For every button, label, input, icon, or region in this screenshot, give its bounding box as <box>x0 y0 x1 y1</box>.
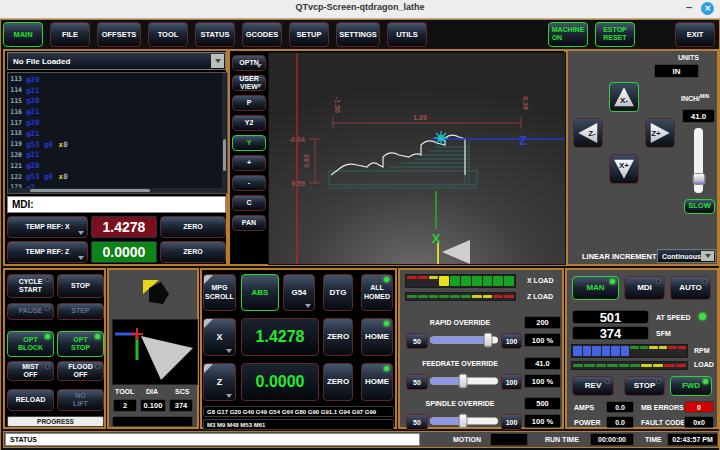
jog-z-plus-button[interactable]: Z+ <box>645 118 675 148</box>
x-load-meter <box>405 274 516 288</box>
gcode-line[interactable]: 120g21 <box>8 150 227 161</box>
dtg-button[interactable]: DTG <box>323 274 353 311</box>
feedrate-override-slider[interactable] <box>430 374 498 388</box>
tab-file[interactable]: FILE <box>50 22 90 47</box>
rapid-min-button[interactable]: 50 <box>406 333 428 349</box>
linear-increment-value: Continuous <box>662 253 701 260</box>
gcode-vscrollbar[interactable] <box>222 73 227 193</box>
abs-button[interactable]: ABS <box>241 274 279 311</box>
home-x-button[interactable]: HOME <box>361 318 393 356</box>
gcode-line[interactable]: 116g21 <box>8 106 227 117</box>
gcode-line[interactable]: 119g53 g0 x0 <box>8 139 227 150</box>
feedrate-override-value: 41.0 <box>524 357 561 370</box>
jog-z-minus-button[interactable]: Z- <box>573 118 603 148</box>
zero-x-button[interactable]: ZERO <box>323 318 353 356</box>
view-button-+[interactable]: + <box>232 155 266 171</box>
tool-panel: TOOL DIA SCS 2 0.100 374 <box>107 268 199 429</box>
temp-ref-x-button[interactable]: TEMP REF: X <box>7 216 88 238</box>
tab-main[interactable]: MAIN <box>3 22 43 47</box>
tool-position-marker <box>434 131 448 145</box>
axis-x-button[interactable]: X <box>203 318 236 356</box>
rev-button[interactable]: REV <box>572 376 614 396</box>
tab-settings[interactable]: SETTINGS <box>336 22 380 47</box>
rapid-override-slider[interactable] <box>430 333 498 347</box>
tab-gcodes[interactable]: GCODES <box>242 22 282 47</box>
mpg-scroll-button[interactable]: MPG SCROLL <box>203 274 236 311</box>
axis-z-button[interactable]: Z <box>203 363 236 401</box>
home-z-button[interactable]: HOME <box>361 363 393 401</box>
gcode-line[interactable]: 117g20 <box>8 117 227 128</box>
chevron-down-icon[interactable] <box>211 54 224 68</box>
pause-button[interactable]: PAUSE <box>7 303 54 320</box>
slow-button[interactable]: SLOW <box>684 199 715 214</box>
view-button-y2[interactable]: Y2 <box>232 115 266 131</box>
gcode-hscrollbar[interactable] <box>8 188 222 193</box>
tab-utils[interactable]: UTILS <box>387 22 427 47</box>
close-icon[interactable]: ✕ <box>701 2 714 15</box>
tab-tool[interactable]: TOOL <box>148 22 188 47</box>
spindle-min-button[interactable]: 50 <box>406 414 428 430</box>
view-button-c[interactable]: C <box>232 195 266 211</box>
estop-reset-button[interactable]: ESTOP RESET <box>595 22 635 47</box>
stop-button[interactable]: STOP <box>57 274 104 298</box>
tab-setup[interactable]: SETUP <box>289 22 329 47</box>
gcode-line[interactable]: 113g20 <box>8 74 227 85</box>
spindle-override-slider[interactable] <box>430 414 498 428</box>
view-button-user-view[interactable]: USER VIEW <box>232 75 266 91</box>
minimize-icon[interactable]: – <box>686 1 692 13</box>
temp-ref-x-zero-button[interactable]: ZERO <box>160 216 226 238</box>
mdi-button[interactable]: MDI <box>624 276 665 300</box>
motion-value <box>490 433 528 446</box>
status-message: STATUS <box>5 433 420 446</box>
auto-button[interactable]: AUTO <box>670 276 711 300</box>
view-button-p[interactable]: P <box>232 95 266 111</box>
man-button[interactable]: MAN <box>572 276 619 300</box>
tab-offsets[interactable]: OFFSETS <box>97 22 141 47</box>
g54-button[interactable]: G54 <box>283 274 315 311</box>
mist-button[interactable]: MIST OFF <box>7 361 54 381</box>
opt-stop-button[interactable]: OPT STOP <box>57 331 104 357</box>
zero-z-button[interactable]: ZERO <box>323 363 353 401</box>
file-combo[interactable]: No File Loaded <box>7 52 226 70</box>
view-button-pan[interactable]: PAN <box>232 215 266 231</box>
reload-button[interactable]: RELOAD <box>7 389 54 411</box>
override-panel: X LOAD Z LOAD RAPID OVERRIDE 200 50 100 … <box>398 268 564 429</box>
chevron-down-icon[interactable] <box>701 251 714 261</box>
gcode-line[interactable]: 122g53 g0 x0 <box>8 171 227 182</box>
no-lift-button[interactable]: NO LIFT <box>57 389 104 411</box>
rapid-override-value: 200 <box>524 316 561 329</box>
feedrate-max-button[interactable]: 100 <box>501 374 522 390</box>
view-button-optn[interactable]: OPTN <box>232 55 266 71</box>
flood-button[interactable]: FLOOD OFF <box>57 361 104 381</box>
gcode-line[interactable]: 121g20 <box>8 160 227 171</box>
step-button[interactable]: STEP <box>57 303 104 320</box>
temp-ref-z-button[interactable]: TEMP REF: Z <box>7 241 88 263</box>
machine-on-button[interactable]: MACHINE ON <box>548 22 588 47</box>
all-homed-button[interactable]: ALL HOMED <box>361 274 393 311</box>
temp-ref-z-zero-button[interactable]: ZERO <box>160 241 226 263</box>
gcode-line[interactable]: 115g20 <box>8 96 227 107</box>
jog-x-minus-button[interactable]: X- <box>609 82 639 112</box>
exit-button[interactable]: EXIT <box>675 22 715 47</box>
gcode-plot[interactable]: 1.89 -1.50 0.39 -0.04 0.63 0.59 <box>268 52 566 265</box>
mdi-input[interactable]: MDI: <box>7 196 226 213</box>
jog-rate-slider[interactable] <box>694 128 703 193</box>
gcode-line[interactable]: 118g21 <box>8 128 227 139</box>
gcode-line[interactable]: 114g21 <box>8 85 227 96</box>
jog-x-plus-button[interactable]: X+ <box>609 154 639 184</box>
jog-rate-slider-handle[interactable] <box>692 173 705 185</box>
spindle-max-button[interactable]: 100 <box>501 414 522 430</box>
view-button--[interactable]: - <box>232 175 266 191</box>
linear-increment-combo[interactable]: Continuous <box>657 249 716 263</box>
fwd-button[interactable]: FWD <box>670 376 712 396</box>
cycle-start-button[interactable]: CYCLE START <box>7 274 54 298</box>
rapid-max-button[interactable]: 100 <box>501 333 522 349</box>
view-button-y[interactable]: Y <box>232 135 266 151</box>
spindle-stop-button[interactable]: STOP <box>624 376 665 396</box>
spindle-override-value: 500 <box>524 397 561 410</box>
tab-status[interactable]: STATUS <box>195 22 235 47</box>
gcode-view[interactable]: 113g20114g21115g20116g21117g20118g21119g… <box>7 72 228 194</box>
chevron-down-icon <box>226 349 232 353</box>
feedrate-min-button[interactable]: 50 <box>406 374 428 390</box>
opt-block-button[interactable]: OPT BLOCK <box>7 331 54 357</box>
